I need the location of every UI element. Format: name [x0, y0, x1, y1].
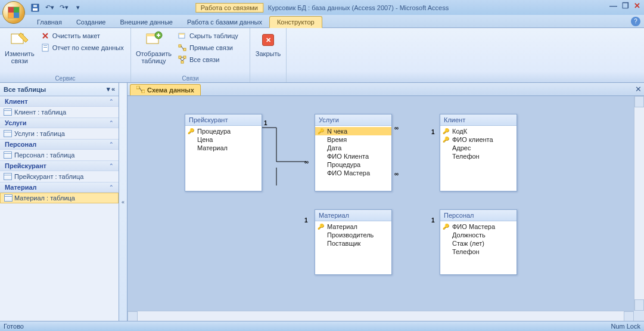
table-header[interactable]: Услуги [315, 115, 391, 126]
save-icon[interactable] [30, 2, 41, 13]
nav-pane-header[interactable]: Все таблицы ▾« [0, 83, 119, 96]
nav-item[interactable]: Услуги : таблица [0, 128, 119, 139]
key-icon: 🔑 [443, 224, 449, 230]
nav-group-header[interactable]: Прейскурант⌃ [0, 160, 119, 171]
table-uslugi[interactable]: Услуги🔑N чекаВремяДатаФИО КлиентаПроцеду… [315, 114, 392, 191]
show-table-icon [144, 30, 163, 50]
table-field[interactable]: Время [315, 135, 391, 144]
table-icon [4, 173, 12, 180]
window-close-button[interactable]: ✕ [634, 1, 640, 10]
table-field[interactable]: Телефон [440, 248, 517, 256]
edit-relationships-icon [10, 30, 29, 50]
svg-rect-19 [142, 90, 145, 93]
table-field[interactable]: ФИО Мастера [315, 169, 391, 177]
table-header[interactable]: Прейскурант [185, 115, 262, 126]
table-header[interactable]: Персонал [440, 210, 517, 221]
shutter-bar[interactable]: « [119, 83, 127, 321]
key-icon: 🔑 [443, 128, 449, 134]
tab-external-data[interactable]: Внешние данные [113, 17, 180, 27]
table-field[interactable]: Должность [440, 231, 517, 239]
tab-design[interactable]: Конструктор [269, 16, 322, 28]
relationships-canvas[interactable]: 1 ∞ ∞ 1 ∞ 1 1 Прейскурант🔑🔑ПроцедураЦена… [127, 96, 634, 311]
svg-rect-17 [181, 61, 183, 63]
table-field[interactable]: Материал [185, 144, 262, 152]
quick-access-toolbar: ↶▾ ↷▾ ▾ [30, 2, 83, 13]
svg-rect-15 [179, 56, 181, 58]
table-field[interactable]: Адрес [440, 144, 517, 152]
nav-collapse-icon[interactable]: « [111, 85, 115, 93]
qat-customize-icon[interactable]: ▾ [73, 2, 83, 13]
table-field[interactable]: ФИО Клиента [315, 152, 391, 160]
ribbon-group-tools: Изменить связи Очистить макет Отчет по с… [0, 28, 131, 82]
clear-layout-icon [41, 31, 50, 41]
table-field[interactable]: Цена [185, 135, 262, 144]
horizontal-scrollbar[interactable] [127, 311, 634, 321]
hide-table-icon [178, 31, 187, 41]
all-relationships-button[interactable]: Все связи [176, 54, 239, 65]
chevron-up-icon: ⌃ [109, 141, 114, 147]
chevron-up-icon: ⌃ [109, 120, 114, 126]
redo-icon[interactable]: ↷▾ [58, 2, 69, 13]
status-right: Num Lock [611, 323, 640, 330]
svg-rect-5 [43, 45, 47, 46]
table-field[interactable]: 🔑🔑Процедура [185, 127, 262, 135]
close-icon: ✕ [259, 30, 278, 50]
nav-group-header[interactable]: Клиент⌃ [0, 96, 119, 107]
table-preiskurant[interactable]: Прейскурант🔑🔑ПроцедураЦенаМатериал [185, 114, 262, 191]
help-button[interactable]: ? [631, 17, 640, 26]
relationship-report-button[interactable]: Отчет по схеме данных [39, 42, 125, 53]
svg-rect-16 [183, 56, 186, 58]
nav-item[interactable]: Прейскурант : таблица [0, 171, 119, 182]
key-icon: 🔑 [188, 128, 194, 134]
tab-database-tools[interactable]: Работа с базами данных [180, 17, 269, 27]
direct-relationships-button[interactable]: Прямые связи [176, 42, 239, 53]
nav-item[interactable]: Клиент : таблица [0, 107, 119, 117]
svg-rect-1 [33, 8, 38, 11]
vertical-scrollbar[interactable] [634, 96, 644, 311]
status-left: Готово [4, 323, 24, 330]
svg-rect-12 [179, 45, 181, 47]
table-header[interactable]: Материал [315, 210, 391, 221]
tab-home[interactable]: Главная [30, 17, 69, 27]
nav-item[interactable]: Персонал : таблица [0, 150, 119, 160]
table-field[interactable]: 🔑🔑ФИО Мастера [440, 222, 517, 231]
table-field[interactable]: Телефон [440, 152, 517, 160]
doc-close-button[interactable]: ✕ [635, 85, 642, 94]
nav-group-header[interactable]: Услуги⌃ [0, 117, 119, 128]
table-icon [4, 151, 12, 159]
table-field[interactable]: 🔑🔑ФИО клиента [440, 135, 517, 144]
table-material[interactable]: Материал🔑🔑МатериалПроизводительПоставщик [315, 209, 392, 275]
key-icon: 🔑 [318, 224, 324, 230]
table-field[interactable]: Стаж (лет) [440, 239, 517, 248]
table-field[interactable]: Поставщик [315, 239, 391, 248]
minimize-button[interactable]: — [609, 1, 617, 10]
edit-relationships-button[interactable]: Изменить связи [2, 29, 37, 66]
office-button[interactable] [2, 1, 25, 24]
chevron-up-icon: ⌃ [109, 163, 114, 169]
svg-rect-18 [136, 86, 139, 89]
clear-layout-button[interactable]: Очистить макет [39, 30, 125, 41]
table-personal[interactable]: Персонал🔑🔑ФИО МастераДолжностьСтаж (лет)… [440, 209, 517, 275]
maximize-button[interactable]: ❐ [622, 1, 629, 10]
close-button[interactable]: ✕ Закрыть [253, 29, 284, 58]
table-field[interactable]: 🔑🔑Материал [315, 222, 391, 231]
hide-table-button[interactable]: Скрыть таблицу [176, 30, 239, 41]
key-icon: 🔑 [443, 137, 449, 143]
tab-create[interactable]: Создание [69, 17, 113, 27]
show-table-button[interactable]: Отобразить таблицу [133, 29, 174, 66]
scroll-corner [634, 311, 644, 321]
nav-group-header[interactable]: Персонал⌃ [0, 139, 119, 150]
table-field[interactable]: Производитель [315, 231, 391, 239]
table-klient[interactable]: Клиент🔑🔑КодК🔑🔑ФИО клиентаАдресТелефон [440, 114, 517, 191]
table-field[interactable]: Процедура [315, 160, 391, 169]
table-field[interactable]: 🔑🔑КодК [440, 127, 517, 135]
nav-dropdown-icon[interactable]: ▾ [107, 85, 110, 93]
table-field[interactable]: Дата [315, 144, 391, 152]
table-header[interactable]: Клиент [440, 115, 517, 126]
nav-group-header[interactable]: Материал⌃ [0, 182, 119, 193]
nav-item[interactable]: Материал : таблица [0, 193, 119, 203]
table-field[interactable]: 🔑N чека [315, 127, 391, 135]
direct-rel-icon [178, 43, 187, 52]
doc-tab-relationships[interactable]: Схема данных [130, 84, 201, 95]
undo-icon[interactable]: ↶▾ [44, 2, 55, 13]
